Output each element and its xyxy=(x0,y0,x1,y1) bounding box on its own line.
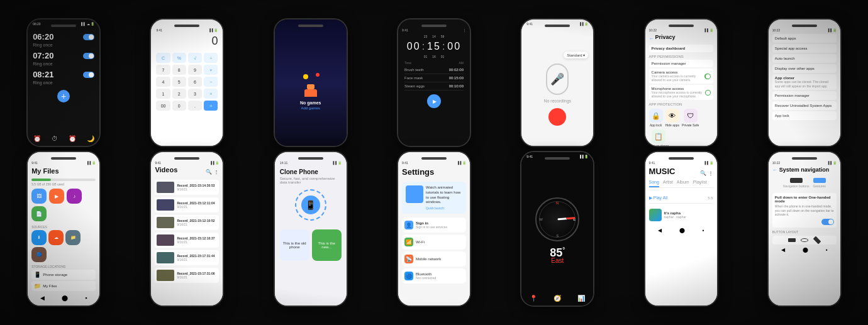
settings-wifi[interactable]: 📶 Wi-Fi xyxy=(402,234,466,250)
settings-mobile[interactable]: 📡 Mobile network xyxy=(402,251,466,267)
calc-2[interactable]: 2 xyxy=(172,89,186,99)
files-myfiles[interactable]: 📁 My Files xyxy=(31,281,96,291)
video-item-1[interactable]: Record_2021-15:14:30:53 9/16/21 xyxy=(155,180,219,195)
nav-screen-title: System navigation xyxy=(779,167,830,173)
videos-phone: 9:41▌▌🔋 Videos 🔍 ⋮ Record_2021-15:14:30:… xyxy=(150,151,224,307)
settings-bluetooth[interactable]: 🔵 Bluetooth Not connected xyxy=(402,268,466,284)
files-phone-storage[interactable]: 📱 Phone storage xyxy=(31,270,96,280)
music-tab-song[interactable]: Song xyxy=(649,180,659,187)
compass-direction: East xyxy=(551,257,564,264)
files-categories: 🖼 ▶ ♪ 📄 xyxy=(31,189,96,221)
settings-signin[interactable]: 👤 Sign in Sign in to use services xyxy=(402,218,466,233)
apps-item-lock[interactable]: App lock xyxy=(772,111,837,120)
privacy-title: Privacy xyxy=(655,34,676,40)
videos-search-icon[interactable]: 🔍 xyxy=(206,169,212,175)
videos-title: Videos xyxy=(155,166,177,174)
apps-item-cloner[interactable]: App cloner Some apps can be cloned. The … xyxy=(772,74,837,90)
privacy-privatesafe[interactable]: 🛡 Private Safe xyxy=(682,109,699,127)
apps-item-recover[interactable]: Recover Uninstalled System Apps xyxy=(772,101,837,110)
music-nav-bar: ◀⬤▪ xyxy=(649,224,713,233)
calc-buttons: C % √ ÷ 7 8 9 × 4 5 6 − 1 2 3 + 00 xyxy=(156,53,218,111)
status-bar-privacy: 10:22▌▌🔋 xyxy=(649,28,713,32)
column-7: 10:22▌▌🔋 Default apps Special app access… xyxy=(767,6,842,319)
calc-clear[interactable]: C xyxy=(156,53,170,63)
calc-multiply[interactable]: × xyxy=(204,65,218,75)
files-title: My Files xyxy=(31,167,96,175)
privacy-microphone[interactable]: Microphone access Your microphone access… xyxy=(649,85,713,100)
voice-record-btn[interactable] xyxy=(548,108,566,126)
clone-new-phone[interactable]: This is the new... xyxy=(312,229,342,261)
alarm-label-1: Ring once xyxy=(33,43,94,47)
column-6: 10:22▌▌🔋 ← Privacy Privacy dashboard APP… xyxy=(644,6,718,319)
timer-label-row: TimeAM xyxy=(402,60,466,66)
privacy-dashboard[interactable]: Privacy dashboard xyxy=(649,45,713,52)
status-bar-nav: 10:22▌▌🔋 xyxy=(772,161,837,165)
column-4: 9:41⋮ 231459 00:15:00 011601 TimeAM xyxy=(397,6,471,319)
calc-3[interactable]: 3 xyxy=(188,89,202,99)
settings-title: Settings xyxy=(402,167,466,177)
privacy-permission-manager[interactable]: Permission manager xyxy=(649,60,713,67)
games-add-link[interactable]: Add games xyxy=(298,106,323,110)
alarm-add-btn[interactable]: + xyxy=(57,90,70,102)
nav-back-row[interactable]: ← System navigation xyxy=(772,167,837,173)
calc-0[interactable]: 0 xyxy=(172,101,186,111)
privacy-applock[interactable]: 🔒 App lock xyxy=(649,109,663,127)
privacy-systemclone[interactable]: 📋 System cloner xyxy=(649,129,669,146)
calc-equals[interactable]: = xyxy=(204,101,218,111)
calc-7[interactable]: 7 xyxy=(156,65,170,75)
apps-item-autolaunch[interactable]: Auto launch xyxy=(772,54,837,63)
files-nav-bar: ◀⬤▪ xyxy=(31,295,96,301)
music-tab-artist[interactable]: Artist xyxy=(663,180,673,187)
voice-phone: 9:41▌▌🔋 Standard ▾ 🎤 No recordings xyxy=(520,18,594,147)
timer-phone: 9:41⋮ 231459 00:15:00 011601 TimeAM xyxy=(397,18,471,147)
videos-more-icon[interactable]: ⋮ xyxy=(214,169,219,175)
calc-divide[interactable]: ÷ xyxy=(204,53,218,63)
apps-item-permission[interactable]: Permission manager xyxy=(772,91,837,100)
video-item-2[interactable]: Record_2021-15:12:11:04 9/16/21 xyxy=(155,197,219,212)
music-tab-album[interactable]: Album xyxy=(677,180,689,187)
calc-5[interactable]: 5 xyxy=(172,77,186,87)
games-empty-text: No games xyxy=(298,101,323,105)
music-more-icon[interactable]: ⋮ xyxy=(708,170,713,176)
apps-item-default[interactable]: Default apps xyxy=(772,34,837,43)
privacy-back[interactable]: ← Privacy xyxy=(649,34,713,43)
video-item-6[interactable]: Record_2021-15:17:31:06 9/16/21 xyxy=(155,268,219,283)
settings-phone: 9:41▌▌🔋 Settings Watch animated tutorial… xyxy=(397,151,471,307)
calc-4[interactable]: 4 xyxy=(156,77,170,87)
status-bar-voice: 9:41▌▌🔋 xyxy=(526,22,588,26)
alarm-row-1: 06:20 xyxy=(33,32,94,41)
music-play-all[interactable]: ▶ Play All 5.5 xyxy=(649,193,713,204)
calc-percent[interactable]: % xyxy=(172,53,186,63)
calc-minus[interactable]: − xyxy=(204,77,218,87)
phones-grid: 06:20▌▌ ☁ 🔋 06:20 Ring once 07:20 xyxy=(0,0,868,325)
music-track-1[interactable]: It's rapha naphar · naphar xyxy=(649,206,713,224)
clone-old-phone[interactable]: This is the old phone xyxy=(280,229,309,261)
calc-sqrt[interactable]: √ xyxy=(188,53,202,63)
apps-item-special[interactable]: Special app access xyxy=(772,44,837,53)
timer-play-btn[interactable]: ▶ xyxy=(427,94,441,108)
nav-pull-down[interactable]: Pull down to enter One-handed mode When … xyxy=(772,193,837,228)
video-item-5[interactable]: Record_2021-15:17:31:44 9/16/21 xyxy=(155,250,219,265)
status-bar-clone: 14:11▌▌🔋 xyxy=(280,161,342,165)
calc-plus[interactable]: + xyxy=(204,89,218,99)
music-search-icon[interactable]: 🔍 xyxy=(700,170,706,176)
video-item-4[interactable]: Record_2021-15:12:10:37 9/16/21 xyxy=(155,233,219,248)
privacy-hideapps[interactable]: 👁 Hide apps xyxy=(665,109,680,127)
apps-item-display[interactable]: Display over other apps xyxy=(772,64,837,73)
privacy-camera[interactable]: Camera access Your camera access is curr… xyxy=(649,69,713,84)
calc-1[interactable]: 1 xyxy=(156,89,170,99)
privacy-permissions-section: APP PERMISSIONS xyxy=(649,55,713,58)
music-tab-playlist[interactable]: Playlist xyxy=(693,180,707,187)
calc-dot[interactable]: . xyxy=(188,101,202,111)
status-bar-files: 9:41▌▌🔋 xyxy=(31,161,96,165)
calc-9[interactable]: 9 xyxy=(188,65,202,75)
calc-6[interactable]: 6 xyxy=(188,77,202,87)
music-title: MUSIC xyxy=(649,167,676,176)
video-item-3[interactable]: Record_2021-15:12:10:52 9/16/21 xyxy=(155,215,219,230)
calc-8[interactable]: 8 xyxy=(172,65,186,75)
voice-mic-icon: 🎤 xyxy=(546,63,569,95)
alarm-label-3: Ring once xyxy=(33,80,94,85)
privacy-phone: 10:22▌▌🔋 ← Privacy Privacy dashboard APP… xyxy=(644,18,718,147)
calc-00[interactable]: 00 xyxy=(156,101,170,111)
applist-phone: 10:22▌▌🔋 Default apps Special app access… xyxy=(767,18,842,147)
